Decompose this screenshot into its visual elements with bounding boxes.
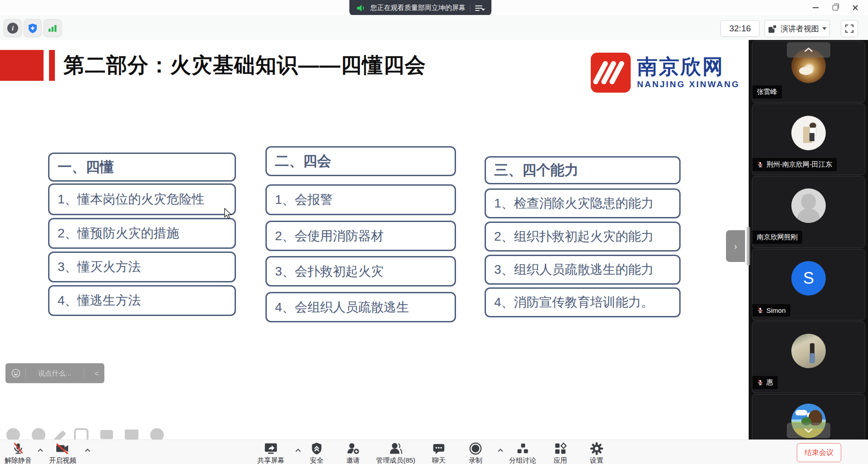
column2-item: 1、会报警 [265,184,456,215]
ghost-icon [32,428,45,439]
avatar [791,116,826,150]
column3-item: 2、组织扑救初起火灾的能力 [485,222,681,252]
participant-name: 惠 [752,376,778,389]
unmute-button[interactable]: 解除静音 [5,442,32,464]
view-mode-label: 演讲者视图 [780,24,819,34]
scroll-up-button[interactable] [787,42,830,58]
apps-grid-icon [554,442,567,455]
ghost-scan-icon [74,428,88,439]
chevron-down-icon [804,427,814,434]
notification-menu-icon[interactable] [475,5,485,11]
mouse-cursor [223,208,233,220]
participant-name: 荆州-南京欣网-田江东 [752,158,837,171]
window-controls [805,0,865,15]
minimize-icon [813,7,819,8]
close-button[interactable] [845,0,865,15]
breakout-blocks-icon [516,443,530,455]
avatar: S [791,261,826,296]
column1-item: 3、懂灭火方法 [48,252,236,282]
column2-item: 2、会使用消防器材 [265,221,456,251]
invite-button[interactable]: 邀请 [346,442,360,464]
speaker-layout-icon [768,24,777,34]
fullscreen-icon [845,24,854,33]
chat-collapse-button[interactable]: < [88,370,104,377]
participant-tile[interactable]: 荆州-南京欣网-田江东 [752,104,865,175]
record-options-chevron[interactable] [497,448,504,452]
logo-slashes-icon [591,53,631,93]
column2-header: 二、四会 [265,146,456,176]
sidebar-resize-grip[interactable] [747,227,750,265]
meeting-toolbar: i 32:16 演讲者视图 [0,15,868,40]
participant-tile[interactable]: S 惠 Simon [752,249,865,321]
speaker-icon [356,3,366,13]
restore-icon [833,5,838,10]
notification-text: 您正在观看质量部周立坤的屏幕 [370,4,466,12]
security-button[interactable]: 安全 [310,442,324,464]
company-logo: 南京欣网 NANJING XINWANG [591,53,740,93]
participant-name: 南京欣网熊刚 [752,231,802,244]
record-circle-icon [469,442,482,455]
record-button[interactable]: 录制 [469,442,482,464]
apps-button[interactable]: 应用 [554,442,567,464]
restore-button[interactable] [825,0,845,15]
minimize-button[interactable] [805,0,825,15]
chevron-down-icon [822,27,827,30]
info-icon: i [7,23,18,34]
participants-sidebar: 张雷峰 荆州-南京欣网-田江东 南京欣网熊刚 [749,40,868,439]
mic-muted-icon [757,379,764,386]
shared-screen-slide: 第二部分：火灾基础知识——四懂四会 南京欣网 NANJING XINWANG 一… [0,40,749,439]
title-accent-bar [49,50,55,81]
shield-plus-icon [27,23,38,34]
screen-share-icon [264,442,278,455]
avatar [791,188,826,223]
mic-muted-icon [11,442,25,455]
manage-members-button[interactable]: 管理成员(85) [376,442,416,464]
shield-up-icon [311,442,323,455]
ghost-camera-icon [100,430,113,439]
participant-tile[interactable] [752,394,865,439]
video-options-chevron[interactable] [84,448,91,452]
settings-button[interactable]: 设置 [590,442,603,464]
column3-item: 1、检查消除火灾隐患的能力 [485,188,681,218]
participant-tile[interactable]: 张雷峰 [752,41,865,103]
end-meeting-button[interactable]: 结束会议 [797,443,841,462]
participant-name: 张雷峰 [752,85,782,99]
network-status-button[interactable] [44,19,62,37]
share-screen-button[interactable]: 共享屏幕 [257,442,284,464]
title-accent-block [0,50,44,81]
emoji-icon[interactable] [11,368,21,378]
chat-button[interactable]: 聊天 [432,442,446,464]
breakout-rooms-button[interactable]: 分组讨论 [509,442,536,464]
column1-item: 4、懂逃生方法 [48,285,236,316]
start-video-button[interactable]: 开启视频 [49,442,76,464]
fullscreen-button[interactable] [841,20,858,37]
screen-watch-notification: 您正在观看质量部周立坤的屏幕 [349,0,491,16]
chevron-up-icon [804,47,814,53]
chat-bubble-icon [432,443,445,455]
participant-name: 惠 Simon [752,304,790,316]
meeting-info-button[interactable]: i [4,19,22,37]
slide-title: 第二部分：火灾基础知识——四懂四会 [64,50,426,81]
meeting-timer: 32:16 [721,20,760,37]
sidebar-collapse-handle[interactable]: › [726,230,745,262]
mic-options-chevron[interactable] [37,448,44,452]
participant-tile[interactable]: 南京欣网熊刚 [752,176,865,248]
security-status-button[interactable] [24,19,42,37]
gear-icon [590,442,603,455]
scroll-down-button[interactable] [787,423,830,438]
members-icon [389,442,402,455]
share-options-chevron[interactable] [295,448,301,452]
column3-item: 4、消防宣传教育培训能力。 [485,287,681,317]
view-mode-selector[interactable]: 演讲者视图 [765,20,830,37]
quick-chat-bar[interactable]: 说点什么... < [5,363,104,383]
avatar [791,334,826,368]
mic-muted-icon [757,306,764,314]
signal-bars-icon [48,23,58,33]
chevron-right-icon: › [734,241,737,252]
column1-item: 2、懂预防火灾的措施 [48,218,236,249]
logo-cn-text: 南京欣网 [637,56,740,77]
chat-input[interactable]: 说点什么... [30,369,79,378]
column1-header: 一、四懂 [48,153,236,182]
participant-tile[interactable]: 惠 [752,321,865,393]
camera-off-icon [55,442,70,455]
